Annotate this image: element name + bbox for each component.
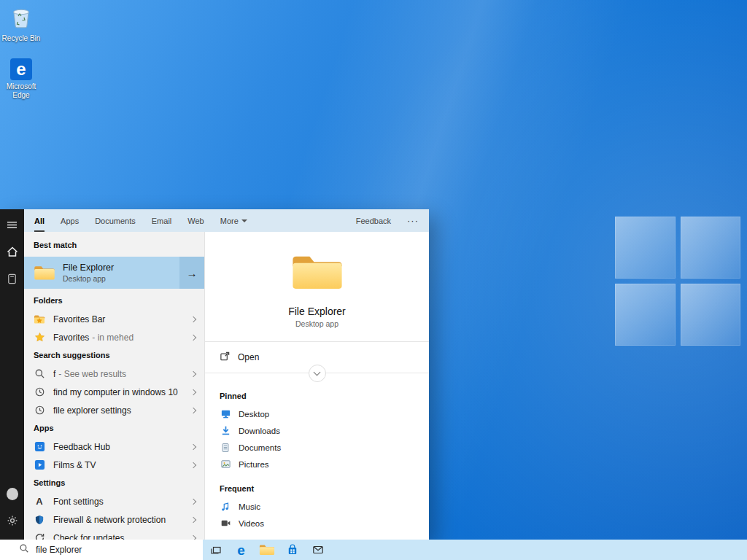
best-match-subtitle: Desktop app bbox=[63, 274, 114, 283]
chevron-right-icon[interactable] bbox=[190, 334, 196, 340]
pinned-item-documents[interactable]: Documents bbox=[205, 439, 429, 456]
tab-more[interactable]: More bbox=[220, 209, 247, 232]
result-item-favorites[interactable]: Favorites - in mehed bbox=[24, 328, 204, 346]
tab-all[interactable]: All bbox=[34, 209, 44, 232]
desktop-icon-microsoft-edge[interactable]: e Microsoft Edge bbox=[0, 58, 42, 99]
taskbar-search-input[interactable] bbox=[36, 545, 174, 555]
recycle-bin-icon bbox=[9, 4, 33, 32]
chevron-right-icon[interactable] bbox=[190, 407, 196, 413]
refresh-icon bbox=[34, 532, 45, 540]
history-icon bbox=[34, 386, 45, 398]
pinned-item-pictures[interactable]: Pictures bbox=[205, 456, 429, 472]
search-content: Best match File Explorer Desktop app → F… bbox=[24, 232, 429, 540]
frequent-item-music[interactable]: Music bbox=[205, 498, 429, 515]
folder-icon bbox=[290, 251, 344, 293]
taskbar-store-button[interactable] bbox=[279, 540, 305, 560]
chevron-right-icon[interactable] bbox=[190, 316, 196, 322]
taskbar-file-explorer-button[interactable] bbox=[254, 540, 279, 560]
app-item-films-tv[interactable]: Films & TV bbox=[24, 456, 204, 474]
expander-divider bbox=[205, 373, 429, 390]
open-label: Open bbox=[238, 352, 259, 362]
history-icon bbox=[34, 405, 45, 416]
chevron-right-icon[interactable] bbox=[190, 389, 196, 394]
search-icon bbox=[19, 543, 29, 556]
chevron-right-icon[interactable] bbox=[190, 498, 196, 504]
section-header-settings: Settings bbox=[24, 474, 204, 492]
best-match-item-file-explorer[interactable]: File Explorer Desktop app → bbox=[24, 257, 204, 289]
suggestion-item-file-explorer-settings[interactable]: file explorer settings bbox=[24, 401, 204, 419]
settings-gear-icon[interactable] bbox=[7, 515, 18, 526]
pinned-item-downloads[interactable]: Downloads bbox=[205, 422, 429, 439]
settings-item-check-updates[interactable]: Check for updates bbox=[24, 529, 204, 540]
edge-icon: e bbox=[10, 58, 32, 80]
chevron-right-icon[interactable] bbox=[190, 516, 196, 522]
font-icon: A bbox=[34, 496, 45, 508]
feedback-hub-icon bbox=[34, 441, 45, 453]
chevron-down-icon bbox=[314, 368, 321, 376]
app-item-feedback-hub[interactable]: Feedback Hub bbox=[24, 438, 204, 456]
suggestion-item-find-my-computer[interactable]: find my computer in windows 10 bbox=[24, 383, 204, 401]
expand-result-arrow-button[interactable]: → bbox=[179, 257, 204, 289]
windows-logo-pane bbox=[681, 217, 741, 279]
desktop-icon-label: Recycle Bin bbox=[2, 34, 41, 43]
picture-icon bbox=[220, 459, 231, 470]
chevron-right-icon[interactable] bbox=[190, 443, 196, 449]
taskbar-search-box[interactable] bbox=[0, 540, 203, 560]
tab-documents[interactable]: Documents bbox=[95, 209, 136, 232]
search-tabs-bar: All Apps Documents Email Web More Feedba… bbox=[24, 209, 429, 232]
settings-item-firewall[interactable]: Firewall & network protection bbox=[24, 510, 204, 529]
star-icon bbox=[34, 332, 45, 343]
search-flyout: All Apps Documents Email Web More Feedba… bbox=[0, 209, 429, 540]
spacer bbox=[205, 472, 429, 484]
taskbar: e bbox=[0, 540, 747, 560]
chevron-right-icon[interactable] bbox=[190, 534, 196, 540]
suggestion-item-web-results[interactable]: f - See web results bbox=[24, 365, 204, 383]
folder-star-icon bbox=[34, 314, 45, 325]
taskbar-mail-button[interactable] bbox=[305, 540, 330, 560]
search-panel: All Apps Documents Email Web More Feedba… bbox=[24, 209, 429, 540]
chevron-right-icon[interactable] bbox=[190, 462, 196, 467]
folder-icon bbox=[34, 264, 55, 281]
results-column: Best match File Explorer Desktop app → F… bbox=[24, 232, 204, 540]
user-avatar[interactable] bbox=[7, 488, 18, 499]
search-icon bbox=[34, 368, 45, 380]
monitor-icon bbox=[220, 408, 231, 420]
feedback-button[interactable]: Feedback bbox=[356, 209, 391, 232]
folder-icon bbox=[259, 543, 275, 556]
edge-icon: e bbox=[237, 543, 245, 557]
mail-icon bbox=[312, 544, 324, 556]
chevron-down-icon bbox=[241, 219, 247, 222]
expand-more-button[interactable] bbox=[309, 365, 326, 382]
task-view-button[interactable] bbox=[203, 540, 228, 560]
desktop-icon-label: Microsoft Edge bbox=[0, 82, 42, 99]
section-header-pinned: Pinned bbox=[205, 392, 429, 405]
open-icon bbox=[220, 351, 231, 364]
more-options-button[interactable]: ··· bbox=[407, 209, 419, 232]
frequent-item-videos[interactable]: Videos bbox=[205, 515, 429, 532]
tab-email[interactable]: Email bbox=[152, 209, 172, 232]
search-rail bbox=[0, 209, 24, 540]
tabs-spacer bbox=[263, 209, 340, 232]
chevron-right-icon[interactable] bbox=[190, 370, 196, 376]
preview-panel: File Explorer Desktop app Open Pinned bbox=[204, 232, 429, 540]
journal-icon[interactable] bbox=[7, 273, 18, 284]
desktop-icon-recycle-bin[interactable]: Recycle Bin bbox=[0, 4, 42, 43]
home-icon[interactable] bbox=[7, 246, 18, 257]
hamburger-menu-icon[interactable] bbox=[7, 219, 18, 230]
taskbar-edge-button[interactable]: e bbox=[228, 540, 254, 560]
tab-web[interactable]: Web bbox=[187, 209, 204, 232]
document-icon bbox=[220, 442, 231, 454]
section-header-folders: Folders bbox=[24, 292, 204, 310]
section-header-apps: Apps bbox=[24, 419, 204, 438]
store-icon bbox=[287, 544, 298, 556]
result-item-favorites-bar[interactable]: Favorites Bar bbox=[24, 310, 204, 328]
windows-logo-pane bbox=[615, 284, 676, 346]
pinned-item-desktop[interactable]: Desktop bbox=[205, 405, 429, 422]
tab-apps[interactable]: Apps bbox=[61, 209, 79, 232]
preview-subtitle: Desktop app bbox=[205, 319, 429, 328]
shield-icon bbox=[34, 514, 45, 526]
settings-item-font-settings[interactable]: A Font settings bbox=[24, 492, 204, 510]
section-header-frequent: Frequent bbox=[205, 484, 429, 498]
windows-logo-pane bbox=[681, 284, 741, 346]
windows-logo bbox=[615, 217, 740, 346]
